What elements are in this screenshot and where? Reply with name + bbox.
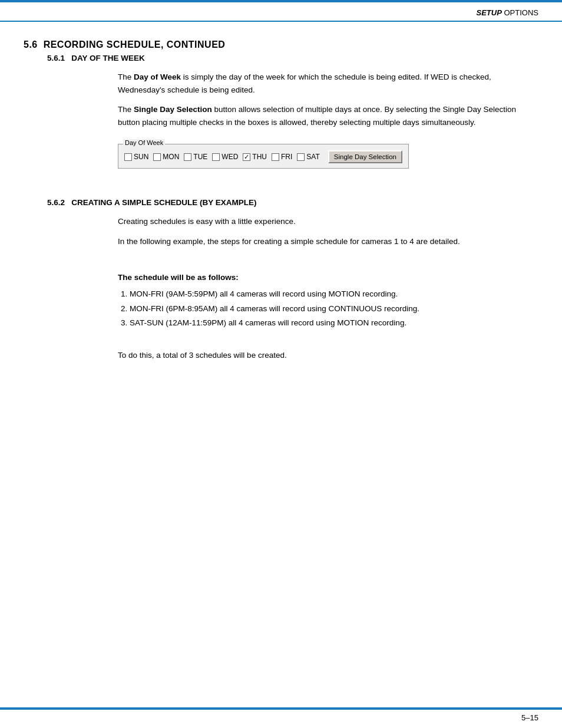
section-56: 5.6 RECORDING SCHEDULE, CONTINUED (24, 39, 538, 50)
schedule-item-1: MON-FRI (9AM-5:59PM) all 4 cameras will … (130, 288, 538, 301)
footer-page-number-container: 5–15 (0, 710, 562, 728)
schedule-item-2: MON-FRI (6PM-8:95AM) all 4 cameras will … (130, 302, 538, 316)
section-562-para1: Creating schedules is easy with a little… (118, 215, 538, 228)
day-tue-checkbox[interactable] (184, 153, 191, 161)
schedule-list: MON-FRI (9AM-5:59PM) all 4 cameras will … (130, 288, 538, 331)
day-sun-label: SUN (134, 153, 148, 161)
section-561-para1: The Day of Week is simply the day of the… (118, 71, 538, 96)
day-fri-checkbox[interactable] (272, 153, 279, 161)
day-mon[interactable]: MON (153, 153, 179, 161)
section-562-para2: In the following example, the steps for … (118, 235, 538, 248)
main-content: 5.6 RECORDING SCHEDULE, CONTINUED 5.6.1 … (0, 22, 562, 393)
header-title-rest: OPTIONS (502, 8, 538, 17)
section-56-title: 5.6 RECORDING SCHEDULE, CONTINUED (24, 39, 225, 50)
header-title-italic: SETUP (477, 8, 502, 17)
day-wed-checkbox[interactable] (212, 153, 220, 161)
section-562: 5.6.2 CREATING A SIMPLE SCHEDULE (BY EXA… (47, 198, 538, 362)
day-thu-checkbox[interactable] (243, 153, 250, 161)
page-header: SETUP OPTIONS (0, 2, 562, 22)
day-sat-checkbox[interactable] (297, 153, 305, 161)
day-thu[interactable]: THU (243, 153, 267, 161)
day-wed[interactable]: WED (212, 153, 238, 161)
header-title: SETUP OPTIONS (477, 8, 538, 17)
page-number: 5–15 (521, 713, 538, 722)
day-tue-label: TUE (193, 153, 207, 161)
day-thu-label: THU (252, 153, 267, 161)
day-sun-checkbox[interactable] (124, 153, 132, 161)
schedule-heading: The schedule will be as follows: (118, 273, 538, 282)
section-562-closing: To do this, a total of 3 schedules will … (118, 349, 538, 362)
single-day-selection-button[interactable]: Single Day Selection (328, 150, 402, 163)
day-mon-label: MON (163, 153, 179, 161)
section-561-title: 5.6.1 DAY OF THE WEEK (47, 54, 538, 62)
day-fri-label: FRI (281, 153, 292, 161)
day-sat-label: SAT (306, 153, 319, 161)
section-562-title: 5.6.2 CREATING A SIMPLE SCHEDULE (BY EXA… (47, 198, 538, 207)
day-sun[interactable]: SUN (124, 153, 148, 161)
section-561-para2: The Single Day Selection button allows s… (118, 103, 538, 129)
day-wed-label: WED (222, 153, 238, 161)
day-of-week-row: SUN MON TUE WED THU (124, 150, 402, 163)
day-tue[interactable]: TUE (184, 153, 207, 161)
page-footer: 5–15 (0, 707, 562, 728)
schedule-item-3: SAT-SUN (12AM-11:59PM) all 4 cameras wil… (130, 317, 538, 330)
day-fri[interactable]: FRI (272, 153, 292, 161)
day-sat[interactable]: SAT (297, 153, 319, 161)
day-mon-checkbox[interactable] (153, 153, 161, 161)
section-561: 5.6.1 DAY OF THE WEEK The Day of Week is… (47, 54, 538, 186)
day-of-week-widget: Day Of Week SUN MON TUE WED (118, 144, 409, 169)
day-of-week-legend: Day Of Week (123, 139, 165, 146)
